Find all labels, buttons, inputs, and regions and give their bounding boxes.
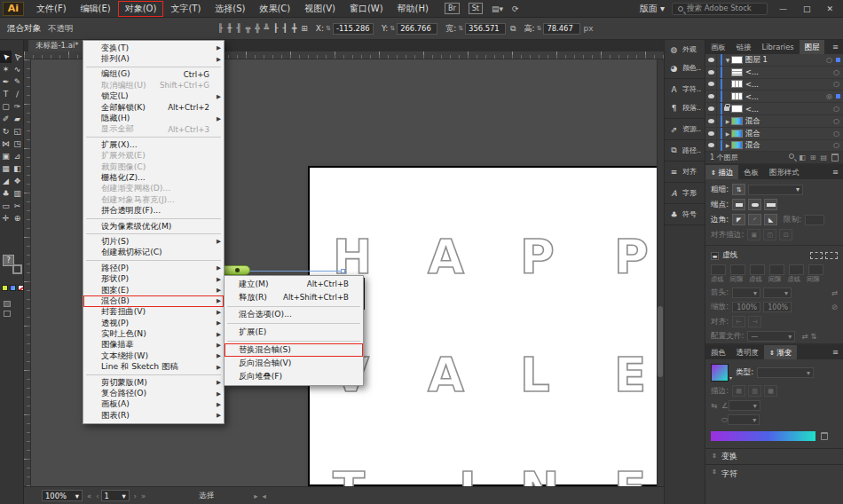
sync-icon[interactable]: ⟳: [512, 4, 519, 13]
visibility-toggle[interactable]: [705, 128, 717, 139]
panel-menu-icon[interactable]: ≡: [828, 345, 843, 359]
layer-row[interactable]: ▶ 混合 ○: [705, 140, 843, 153]
tab-artboards[interactable]: 画板: [705, 40, 731, 54]
align-hcenter-icon[interactable]: ╫: [227, 24, 232, 33]
vertical-scrollbar-thumb[interactable]: [658, 306, 663, 377]
menu-item-rasterize[interactable]: 栅格化(Z)...: [83, 172, 224, 183]
layer-row[interactable]: <... ○: [705, 103, 843, 115]
dock-asset-export[interactable]: ⇗资源..: [665, 120, 705, 138]
blend-spine-anchor[interactable]: [235, 268, 240, 272]
stock-search-input[interactable]: 搜索 Adobe Stock: [672, 3, 768, 15]
menu-item-trim-marks[interactable]: 创建裁切标记(C): [83, 248, 224, 258]
layer-row[interactable]: <... ○: [705, 67, 843, 79]
tab-layers[interactable]: 图层: [800, 40, 825, 54]
color-swatch[interactable]: [2, 285, 8, 291]
target-icon[interactable]: ○: [833, 80, 839, 88]
gradient-swatch[interactable]: [10, 285, 16, 291]
lock-icon[interactable]: [724, 106, 729, 111]
menu-item-clipping-mask[interactable]: 剪切蒙版(M)▶: [83, 377, 224, 388]
rotate-tool[interactable]: ↻: [0, 125, 12, 138]
dock-symbols[interactable]: ♣符号: [665, 205, 705, 224]
distribute-c-icon[interactable]: ╋: [292, 24, 296, 33]
status-flyout-icon[interactable]: ▸: [254, 492, 257, 500]
menu-item-live-paint[interactable]: 实时上色(N)▶: [83, 328, 224, 339]
gradient-menu-chevron-icon[interactable]: ▾: [729, 374, 732, 381]
gradient-type-select[interactable]: ▾: [757, 367, 814, 378]
expand-chevron-icon[interactable]: ▶: [724, 118, 731, 124]
menu-item-graph[interactable]: 图表(R)▶: [83, 410, 224, 421]
menu-type[interactable]: 文字(T): [163, 1, 208, 17]
target-icon[interactable]: ○: [833, 68, 839, 76]
tab-color[interactable]: 颜色: [705, 345, 731, 359]
menu-select[interactable]: 选择(S): [208, 1, 252, 17]
stock-button[interactable]: St: [469, 3, 483, 14]
menu-item-envelope-distort[interactable]: 封套扭曲(V)▶: [83, 307, 224, 318]
menu-window[interactable]: 窗口(W): [343, 1, 390, 17]
align-bottom-icon[interactable]: ╩: [264, 24, 269, 33]
dock-paragraph[interactable]: ¶段落..: [665, 98, 705, 117]
tab-gradient[interactable]: ⇕ 渐变: [764, 345, 797, 359]
menu-item-arrange[interactable]: 排列(A)▶: [83, 53, 224, 64]
symbol-sprayer-tool[interactable]: ♣: [0, 187, 12, 200]
menu-item-transform[interactable]: 变换(T)▶: [83, 43, 224, 53]
panel-menu-icon[interactable]: ≡: [828, 165, 843, 179]
menu-item-pixel-perfect[interactable]: 设为像素级优化(M): [83, 221, 224, 232]
distribute-h-icon[interactable]: ┠: [273, 24, 278, 33]
distribute-v-icon[interactable]: ┨: [282, 24, 287, 33]
menu-item-perspective[interactable]: 透视(P)▶: [83, 318, 224, 328]
menu-item-image-trace[interactable]: 图像描摹▶: [83, 340, 224, 350]
close-button[interactable]: ✕: [822, 4, 838, 13]
locate-object-icon[interactable]: [789, 154, 794, 159]
slice-tool[interactable]: ✂: [12, 200, 23, 212]
magic-wand-tool[interactable]: ✶: [0, 63, 12, 75]
menu-edit[interactable]: 编辑(E): [74, 1, 118, 17]
menu-item-artboards[interactable]: 画板(A)▶: [83, 399, 224, 410]
eraser-tool[interactable]: ▰: [12, 113, 23, 125]
x-input[interactable]: -115.286: [333, 23, 374, 35]
layer-row[interactable]: ▼ 图层 1 ○: [705, 54, 843, 67]
dock-appearance[interactable]: ◍外观: [665, 40, 705, 59]
target-icon[interactable]: ○: [826, 56, 832, 64]
first-artboard-icon[interactable]: «: [87, 492, 91, 500]
layer-row[interactable]: ▶ 混合 ○: [705, 115, 843, 128]
gradient-tool[interactable]: ◧: [12, 162, 23, 175]
transform-panel-header[interactable]: ⇕ 变换: [705, 448, 843, 463]
gradient-preview-swatch[interactable]: [711, 364, 729, 382]
visibility-toggle[interactable]: [705, 67, 717, 78]
menu-item-unlock-all[interactable]: 全部解锁(K)Alt+Ctrl+2: [83, 102, 224, 113]
y-input[interactable]: 266.766: [397, 23, 437, 35]
prev-artboard-icon[interactable]: ‹: [96, 492, 98, 500]
target-icon[interactable]: ○: [833, 105, 839, 113]
menu-item-compound-path[interactable]: 复合路径(O)▶: [83, 388, 224, 398]
tab-libraries[interactable]: Libraries: [757, 40, 800, 54]
align-top-icon[interactable]: ╦: [246, 24, 250, 33]
visibility-toggle[interactable]: [705, 54, 717, 66]
width-tool[interactable]: ⋈: [0, 138, 12, 150]
visibility-toggle[interactable]: [705, 140, 717, 152]
y-stepper[interactable]: ⇅: [390, 25, 395, 32]
submenu-item-make[interactable]: 建立(M)Alt+Ctrl+B: [225, 278, 363, 291]
document-tab[interactable]: 未标题-1.ai*: [28, 40, 86, 51]
draw-normal-mode-icon[interactable]: [4, 301, 11, 307]
minimize-button[interactable]: —: [775, 4, 792, 13]
column-graph-tool[interactable]: ▥: [12, 187, 23, 200]
target-icon[interactable]: ○: [833, 117, 839, 125]
menu-item-text-wrap[interactable]: 文本绕排(W)▶: [83, 350, 224, 361]
menu-item-hide[interactable]: 隐藏(H)▶: [83, 113, 224, 123]
visibility-toggle[interactable]: [705, 79, 717, 91]
scale-tool[interactable]: ◱: [12, 125, 23, 138]
mesh-tool[interactable]: ▦: [0, 162, 12, 175]
layer-row[interactable]: ▶ 混合 ○: [705, 128, 843, 140]
dashed-line-checkbox[interactable]: ▬: [711, 252, 719, 260]
menu-item-slice[interactable]: 切片(S)▶: [83, 236, 224, 247]
tab-graphic-styles[interactable]: 图形样式: [764, 165, 805, 179]
menu-item-expand[interactable]: 扩展(X)...: [83, 139, 224, 150]
menu-item-group[interactable]: 编组(G)Ctrl+G: [83, 69, 224, 80]
layer-row[interactable]: <... ○: [705, 79, 843, 91]
bridge-button[interactable]: Br: [445, 3, 460, 14]
menu-file[interactable]: 文件(F): [29, 1, 74, 17]
bevel-join-button[interactable]: ◣: [764, 214, 777, 225]
zoom-level-select[interactable]: 100%▾: [42, 490, 83, 501]
gradient-slider[interactable]: [711, 431, 815, 441]
curvature-tool[interactable]: ✎: [12, 75, 23, 88]
